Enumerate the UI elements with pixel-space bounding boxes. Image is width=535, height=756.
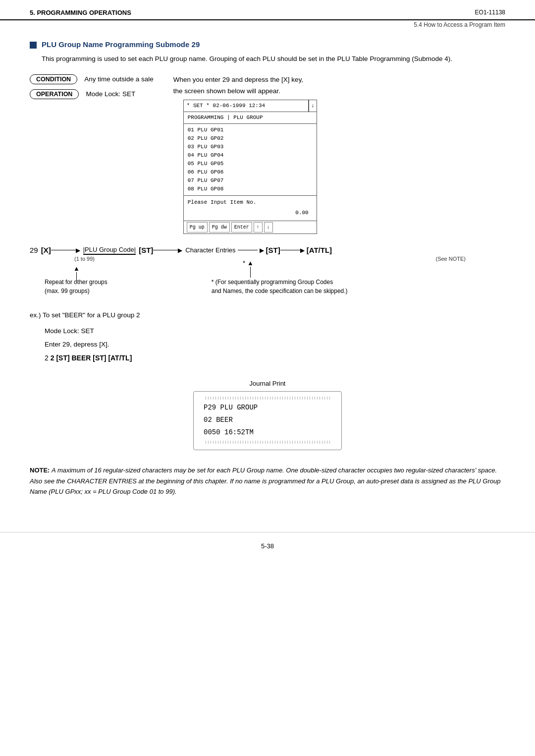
flow-end-key: [AT/TL] [307,246,332,254]
condition-operation-block: CONDITION Any time outside a sale OPERAT… [30,74,154,99]
condition-badge: CONDITION [30,74,77,84]
flow-star-note: * (For sequentially programming Group Co… [212,278,348,295]
subheader: 5.4 How to Access a Program Item [0,20,535,28]
arrow1 [51,250,76,251]
flow-arrow-star: * [243,259,245,278]
flow-box1-key: [ST] [139,246,153,254]
page-footer: 5-38 [0,532,535,555]
screen-title-left: * SET * 02-06-1999 12:34 [184,100,309,112]
condition-text: Any time outside a sale [84,75,154,83]
screen-button[interactable]: Enter [231,222,252,233]
flow-box2-key: [ST] [266,246,280,254]
operation-text: Mode Lock: SET [86,90,135,98]
intro-paragraph: This programming is used to set each PLU… [42,54,505,64]
condition-row: CONDITION Any time outside a sale [30,74,154,84]
screen-row: 03 PLU GP03 [188,143,313,151]
up-arrow-right: ▲ [247,259,254,278]
flow-annotations: Repeat for other groups (max. 99 groups)… [30,278,505,295]
screen-prompt-area: Please Input Item No. 0.00 [184,195,317,220]
screen-value: 0.00 [188,207,313,219]
section-title-text: PLU Group Name Programming Submode 29 [42,40,200,49]
screen-footer: Pg upPg dwEnter↑↓ [184,221,317,233]
operation-row: OPERATION Mode Lock: SET [30,89,154,99]
screen-row: 01 PLU GP01 [188,126,313,134]
arrow3 [238,250,258,251]
section-title-block: PLU Group Name Programming Submode 29 [30,40,505,49]
journal-label: Journal Print [250,380,286,387]
screen-titlebar: * SET * 02-06-1999 12:34 ↓ [184,100,317,112]
flow-box2-note: (See NOTE) [435,256,466,262]
header-left: 5. PROGRAMMING OPERATIONS [30,9,131,16]
note-prefix: NOTE: [30,466,50,474]
screen-button[interactable]: Pg up [187,222,208,233]
flow-start-num: 29 [30,246,38,254]
screen-body: 01 PLU GP0102 PLU GP0203 PLU GP0304 PLU … [184,124,317,195]
flow-diagram: 29 [X] ▶ |PLU Group Code| [ST] ▶ Charact… [30,246,505,295]
example-title: ex.) To set "BEER" for a PLU group 2 [30,309,505,321]
section-icon [30,42,37,49]
arrow4 [280,250,300,251]
arrow2 [153,250,178,251]
screen-box: * SET * 02-06-1999 12:34 ↓ PROGRAMMING |… [183,100,317,233]
right-description: When you enter 29 and depress the [X] ke… [173,74,317,234]
screen-row: 06 PLU GP06 [188,168,313,176]
screen-row: 04 PLU GP04 [188,151,313,160]
example-steps: Mode Lock: SET Enter 29, depress [X]. 2 … [45,324,505,365]
page-header: 5. PROGRAMMING OPERATIONS EO1-11138 [0,0,535,20]
screen-row: 02 PLU GP02 [188,134,313,143]
screen-titlebar2: PROGRAMMING | PLU GROUP [184,112,317,124]
screen-button[interactable]: Pg dw [209,222,230,233]
operation-badge: OPERATION [30,89,79,99]
flow-star-loop: * ▲ [243,259,505,278]
screen-button[interactable]: ↓ [264,222,273,233]
main-content: PLU Group Name Programming Submode 29 Th… [0,28,535,517]
screen-mockup: * SET * 02-06-1999 12:34 ↓ PROGRAMMING |… [183,100,317,233]
journal-section: Journal Print P29 PLU GROUP 02 BEER 0050… [30,380,505,451]
flow-box1-label: |PLU Group Code| [83,246,136,255]
flow-box1-sub: (1 to 99) [74,256,95,262]
note-section: NOTE: A maximum of 16 regular-sized char… [30,465,505,497]
journal-box: P29 PLU GROUP 02 BEER 0050 16:52TM [193,391,342,451]
screen-row: 08 PLU GP08 [188,185,313,193]
flow-repeat-label: Repeat for other groups (max. 99 groups) [45,278,107,295]
note-text: A maximum of 16 regular-sized characters… [30,466,500,495]
screen-scroll-icon: ↓ [309,100,317,112]
flow-start-key: [X] [41,246,51,254]
flow-box2-label: Character Entries [185,246,235,254]
header-right: EO1-11138 [475,9,505,16]
screen-row: 05 PLU GP05 [188,160,313,168]
screen-button[interactable]: ↑ [254,222,263,233]
example-section: ex.) To set "BEER" for a PLU group 2 Mod… [30,309,505,365]
flow-main-line: 29 [X] ▶ |PLU Group Code| [ST] ▶ Charact… [30,246,505,255]
screen-row: 07 PLU GP07 [188,176,313,185]
